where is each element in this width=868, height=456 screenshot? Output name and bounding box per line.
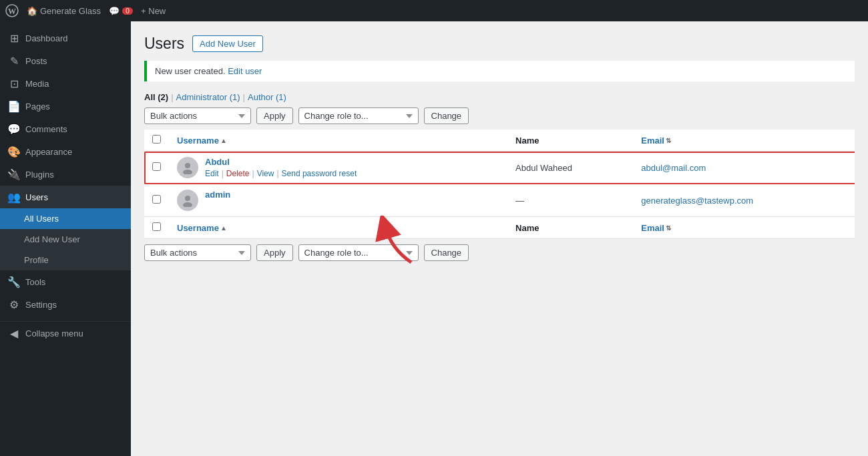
sidebar-item-tools[interactable]: 🔧 Tools [0,270,131,293]
footer-email-sort-link[interactable]: Email ⇅ [641,223,847,233]
sidebar-item-label: Settings [25,300,57,310]
sidebar-item-settings[interactable]: ⚙ Settings [0,293,131,316]
sidebar-item-add-new-user[interactable]: Add New User [0,229,131,250]
wp-logo-button[interactable]: W [5,4,19,17]
name-col-header: Name [507,130,633,152]
main-layout: ⊞ Dashboard ✎ Posts ⊡ Media 📄 Pages 💬 Co… [0,21,868,456]
filter-all[interactable]: All (2) [144,92,168,102]
sidebar-item-label: Dashboard [25,33,68,43]
sidebar-item-media[interactable]: ⊡ Media [0,72,131,95]
footer-name-col: Name [507,217,633,239]
footer-email-sort-arrow: ⇅ [666,224,671,232]
bottom-toolbar: Bulk actions Apply Change role to... Cha… [144,244,855,261]
page-header: Users Add New User [144,35,855,53]
tools-icon: 🔧 [8,276,20,288]
user-info-abdul: Abdul Edit | Delete | View | Send passwo… [205,157,357,178]
row-checkbox-cell-admin [144,184,169,217]
username-link-abdul[interactable]: Abdul [205,157,357,167]
change-button-top[interactable]: Change [424,107,469,124]
apply-button-top[interactable]: Apply [256,107,293,124]
media-icon: ⊡ [8,77,20,89]
table-header: Username ▲ Name Email ⇅ [144,130,855,152]
footer-select-all-checkbox[interactable] [152,222,161,231]
row-actions-abdul: Edit | Delete | View | Send password res… [205,169,357,178]
avatar-admin [177,190,198,211]
footer-username-sort-arrow: ▲ [220,224,227,232]
filter-administrator[interactable]: Administrator (1) [176,92,240,102]
apply-button-bottom[interactable]: Apply [256,244,293,261]
footer-username-sort-link[interactable]: Username ▲ [177,223,499,233]
svg-point-2 [185,163,190,168]
comment-count: 0 [122,7,133,15]
sidebar-item-plugins[interactable]: 🔌 Plugins [0,163,131,186]
top-bar-left: W 🏠 Generate Glass 💬 0 + New [5,4,166,17]
row-checkbox-admin[interactable] [152,195,161,204]
username-cell-abdul: Abdul Edit | Delete | View | Send passwo… [169,152,507,184]
sidebar-item-label: Pages [25,101,50,111]
sidebar-item-label: Plugins [25,170,54,180]
change-role-select-top[interactable]: Change role to... [298,107,419,124]
change-button-bottom[interactable]: Change [424,244,469,261]
sidebar-item-posts[interactable]: ✎ Posts [0,49,131,72]
comments-button[interactable]: 💬 0 [109,6,133,16]
row-checkbox-abdul[interactable] [152,162,161,171]
user-cell-admin: admin [177,190,499,211]
page-title: Users [144,35,184,53]
sidebar-item-pages[interactable]: 📄 Pages [0,95,131,118]
success-notice: New user created. Edit user [144,61,855,81]
profile-label: Profile [24,255,49,265]
change-role-select-bottom[interactable]: Change role to... [298,244,419,261]
sidebar-item-dashboard[interactable]: ⊞ Dashboard [0,27,131,49]
footer-username-col: Username ▲ [169,217,507,239]
bulk-actions-select-top[interactable]: Bulk actions [144,107,251,124]
dashboard-icon: ⊞ [8,32,20,44]
user-cell-abdul: Abdul Edit | Delete | View | Send passwo… [177,157,499,178]
bulk-actions-select-bottom[interactable]: Bulk actions [144,244,251,261]
select-all-checkbox[interactable] [152,135,161,144]
sidebar-item-all-users[interactable]: All Users [0,208,131,229]
table-footer-header-row: Username ▲ Name Email ⇅ [144,217,855,239]
edit-user-link[interactable]: Edit user [228,66,262,76]
top-bar: W 🏠 Generate Glass 💬 0 + New [0,0,868,21]
sidebar-item-label: Media [25,79,49,89]
filter-tabs: All (2) | Administrator (1) | Author (1) [144,92,855,102]
footer-email-col: Email ⇅ [633,217,855,239]
notice-text: New user created. [155,66,226,76]
avatar-abdul [177,157,198,178]
name-cell-abdul: Abdul Waheed [507,152,633,184]
filter-author[interactable]: Author (1) [248,92,286,102]
row-checkbox-cell [144,152,169,184]
sidebar-item-users[interactable]: 👥 Users [0,186,131,208]
svg-text:W: W [8,7,16,16]
collapse-icon: ◀ [8,327,20,339]
table-container: Username ▲ Name Email ⇅ [144,130,855,239]
username-sort-link[interactable]: Username ▲ [177,136,499,146]
home-button[interactable]: 🏠 Generate Glass [27,6,101,16]
table-row: Abdul Edit | Delete | View | Send passwo… [144,152,855,184]
edit-action-abdul[interactable]: Edit [205,169,219,178]
new-label: + New [141,6,166,16]
pages-icon: 📄 [8,100,20,112]
sidebar-item-profile[interactable]: Profile [0,250,131,270]
collapse-menu-button[interactable]: ◀ Collapse menu [0,322,131,345]
sidebar-item-appearance[interactable]: 🎨 Appearance [0,140,131,163]
email-sort-link[interactable]: Email ⇅ [641,136,847,146]
users-submenu: All Users Add New User Profile [0,208,131,270]
view-action-abdul[interactable]: View [257,169,274,178]
site-name: Generate Glass [40,6,101,16]
sidebar-item-comments[interactable]: 💬 Comments [0,118,131,140]
settings-icon: ⚙ [8,298,20,310]
send-password-action-abdul[interactable]: Send password reset [282,169,357,178]
delete-action-abdul[interactable]: Delete [226,169,250,178]
new-content-button[interactable]: + New [141,6,166,16]
sidebar-item-label: Tools [25,277,45,287]
user-info-admin: admin [205,190,230,200]
add-new-user-button[interactable]: Add New User [192,35,263,52]
sidebar-collapse-section: ◀ Collapse menu [0,321,131,345]
name-cell-admin: — [507,184,633,217]
username-link-admin[interactable]: admin [205,190,230,200]
top-toolbar: Bulk actions Apply Change role to... Cha… [144,107,855,124]
sidebar-item-label: Comments [25,124,67,134]
all-users-label: All Users [24,214,59,224]
header-row: Username ▲ Name Email ⇅ [144,130,855,152]
